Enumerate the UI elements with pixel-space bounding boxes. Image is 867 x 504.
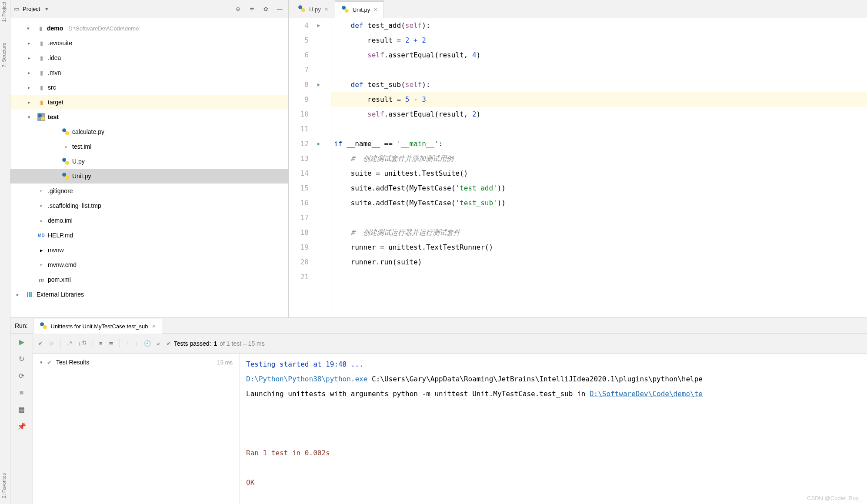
console-link[interactable]: D:\Python\Python38\python.exe: [246, 375, 367, 383]
svg-point-8: [65, 176, 69, 180]
sort-alpha-icon[interactable]: ↓ᴬ: [67, 340, 72, 347]
file-icon: ▸: [37, 247, 45, 254]
history-icon[interactable]: 🕘: [144, 340, 151, 347]
rerun-icon[interactable]: ▶: [19, 338, 24, 346]
maven-icon: m: [37, 277, 45, 283]
prev-icon[interactable]: ↑: [126, 340, 129, 347]
hide-icon[interactable]: —: [274, 4, 285, 14]
run-left-toolbar: ▶ ↻ ⟳ ■ ▦ 📌: [10, 334, 33, 504]
svg-point-7: [62, 173, 66, 177]
file-icon: ▫: [37, 217, 45, 224]
editor: U.py✕ Unit.py✕ 4567 891011 12131415 1617…: [289, 0, 867, 317]
sort-time-icon[interactable]: ↓⏱: [78, 340, 87, 347]
python-file-icon: [62, 128, 70, 136]
rerun-failed-icon[interactable]: ↻: [19, 355, 24, 363]
tree-file-pom[interactable]: mpom.xml: [10, 272, 288, 287]
tab-unit[interactable]: Unit.py✕: [335, 0, 384, 18]
tree-file-gitignore[interactable]: ▫.gitignore: [10, 184, 288, 198]
file-icon: ▫: [37, 262, 45, 268]
run-panel: Run: Unittests for Unit.MyTestCase.test_…: [10, 317, 867, 504]
check-icon: ✔: [166, 340, 171, 347]
tree-file-u[interactable]: U.py: [10, 154, 288, 169]
pin-icon[interactable]: 📌: [17, 422, 26, 431]
next-icon[interactable]: ↓: [135, 340, 138, 347]
gear-icon[interactable]: ✿: [260, 4, 271, 14]
libraries-icon: [26, 291, 34, 298]
tree-dir-src[interactable]: ▸▮src: [10, 80, 288, 95]
run-line-icon[interactable]: ▶: [317, 77, 320, 92]
python-file-icon: [341, 5, 349, 14]
tree-file-mvnwcmd[interactable]: ▫mvnw.cmd: [10, 257, 288, 272]
run-toolbar: ✔ ⊘ ↓ᴬ ↓⏱ ≡ ≣ ↑ ↓ 🕘 » ✔ Tests passed: 1 …: [33, 334, 867, 354]
tree-dir-mvn[interactable]: ▸▮.mvn: [10, 65, 288, 80]
project-view-icon: ▭: [14, 6, 19, 12]
sidebar-tab-structure[interactable]: 7: Structure: [0, 41, 8, 69]
svg-point-6: [65, 161, 69, 165]
svg-point-17: [43, 325, 47, 329]
folder-icon: ▮: [37, 84, 45, 91]
line-number-gutter: 4567 891011 12131415 16171819 2021: [289, 18, 315, 317]
project-panel: ▭ Project ▾ ⊕ ≑ ✿ — ▾▮ demoD:\SoftwareDe…: [10, 0, 289, 317]
svg-point-12: [298, 5, 302, 9]
show-ignored-icon[interactable]: ⊘: [49, 340, 54, 347]
chevron-down-icon[interactable]: ▾: [45, 6, 48, 12]
python-file-icon: [62, 172, 70, 180]
close-icon[interactable]: ✕: [373, 7, 377, 13]
tree-file-scaffolding[interactable]: ▫.scaffolding_list.tmp: [10, 198, 288, 213]
python-folder-icon: [37, 113, 45, 121]
tree-dir-evosuite[interactable]: ▸▮.evosuite: [10, 36, 288, 50]
test-tree[interactable]: ▾ ✔ Test Results 15 ms: [33, 354, 240, 504]
locate-icon[interactable]: ⊕: [233, 4, 243, 14]
watermark: CSDN @Coder_Boy_: [807, 495, 862, 501]
code-text[interactable]: def test_add(self): result = 2 + 2 self.…: [331, 18, 867, 317]
more-icon[interactable]: »: [157, 340, 160, 347]
tree-dir-idea[interactable]: ▸▮.idea: [10, 50, 288, 65]
test-results-root[interactable]: ▾ ✔ Test Results 15 ms: [33, 354, 240, 371]
sidebar-tab-favorites[interactable]: 2: Favorites: [0, 471, 8, 500]
project-view-label[interactable]: Project: [23, 6, 40, 12]
collapse-icon[interactable]: ≑: [247, 4, 257, 14]
tab-u[interactable]: U.py✕: [291, 0, 335, 18]
svg-point-3: [62, 128, 66, 132]
folder-icon: ▮: [37, 70, 45, 76]
tree-file-help[interactable]: MDHELP.md: [10, 228, 288, 243]
file-icon: ▫: [37, 188, 45, 194]
svg-point-13: [301, 8, 305, 12]
python-file-icon: [298, 5, 306, 14]
tree-dir-test[interactable]: ▾test: [10, 110, 288, 124]
svg-rect-10: [29, 292, 30, 297]
close-icon[interactable]: ✕: [324, 7, 328, 12]
svg-rect-11: [30, 292, 32, 297]
run-header: Run: Unittests for Unit.MyTestCase.test_…: [10, 318, 867, 334]
toggle-auto-icon[interactable]: ⟳: [19, 372, 24, 380]
collapse-all-icon[interactable]: ≣: [109, 340, 113, 347]
test-status: ✔ Tests passed: 1 of 1 test – 15 ms: [166, 340, 265, 347]
folder-icon: ▮: [37, 25, 44, 32]
expand-icon[interactable]: ≡: [99, 340, 103, 347]
file-icon: ▫: [62, 144, 70, 150]
project-tree[interactable]: ▾▮ demoD:\SoftwareDev\Code\demo ▸▮.evosu…: [10, 18, 288, 317]
sidebar-tab-project[interactable]: 1: Project: [0, 0, 8, 23]
console-link[interactable]: D:\SoftwareDev\Code\demo\te: [590, 390, 703, 398]
tree-file-testiml[interactable]: ▫test.iml: [10, 139, 288, 154]
tree-file-demoiml[interactable]: ▫demo.iml: [10, 213, 288, 228]
close-icon[interactable]: ✕: [152, 324, 156, 329]
tree-root-demo[interactable]: ▾▮ demoD:\SoftwareDev\Code\demo: [10, 21, 288, 36]
run-tab[interactable]: Unittests for Unit.MyTestCase.test_sub ✕: [33, 319, 162, 334]
code-area[interactable]: 4567 891011 12131415 16171819 2021 ▶ ▶ ▶…: [289, 18, 867, 317]
run-line-icon[interactable]: ▶: [317, 137, 320, 151]
run-line-icon[interactable]: ▶: [317, 18, 320, 33]
tree-file-mvnw[interactable]: ▸mvnw: [10, 243, 288, 257]
svg-rect-9: [27, 292, 28, 297]
stop-icon[interactable]: ■: [20, 389, 24, 397]
layout-icon[interactable]: ▦: [18, 405, 25, 414]
tree-file-unit[interactable]: Unit.py: [10, 169, 288, 184]
tree-external-libs[interactable]: ▸External Libraries: [10, 287, 288, 302]
python-file-icon: [40, 322, 47, 331]
show-passed-icon[interactable]: ✔: [38, 340, 43, 347]
svg-point-4: [65, 131, 69, 135]
tree-file-calculate[interactable]: calculate.py: [10, 124, 288, 139]
svg-point-16: [40, 322, 44, 326]
console-output[interactable]: Testing started at 19:48 ... D:\Python\P…: [240, 354, 867, 504]
tree-dir-target[interactable]: ▸▮target: [10, 95, 288, 110]
